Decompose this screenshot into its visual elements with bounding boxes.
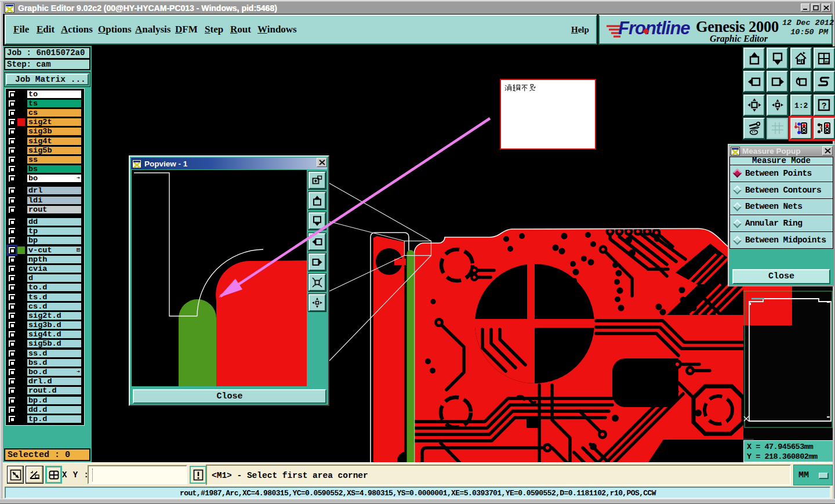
job-matrix-button[interactable]: Job Matrix ... [6, 74, 89, 85]
layer-checkbox-bo.d[interactable] [8, 368, 16, 376]
layer-checkbox-dd.d[interactable] [8, 406, 16, 414]
toolbar-button-setup-tools[interactable] [743, 118, 765, 139]
layer-name-ts[interactable]: ts [27, 99, 82, 108]
alert-button[interactable] [190, 466, 206, 484]
layer-checkbox-to[interactable] [8, 90, 16, 98]
app-icon[interactable] [5, 3, 14, 13]
layer-checkbox-tp[interactable] [8, 227, 16, 235]
radio-diamond-icon[interactable] [733, 186, 742, 195]
layer-name-sig2t.d[interactable]: sig2t.d [27, 311, 82, 320]
layer-name-bs.d[interactable]: bs.d [27, 358, 82, 367]
measure-close-button-wide[interactable]: Close [732, 269, 830, 284]
layer-name-sig5b.d[interactable]: sig5b.d [27, 339, 82, 348]
layer-checkbox-bo[interactable] [8, 175, 16, 182]
layer-checkbox-sig5b.d[interactable] [8, 340, 16, 347]
radio-diamond-icon[interactable] [733, 235, 742, 245]
toolbar-button-grid-toggle[interactable] [767, 118, 788, 139]
measure-popup-window[interactable]: Measure Popup Measure Mode Between Point… [728, 144, 835, 287]
toolbar-button-help-query[interactable]: ? [814, 95, 835, 116]
xy-input[interactable] [88, 465, 187, 484]
maximize-button[interactable] [811, 3, 821, 12]
popview-button-pan-down-2[interactable] [308, 212, 326, 230]
layer-swatch-rout[interactable] [17, 206, 25, 213]
toolbar-button-pan-up[interactable] [743, 48, 765, 69]
layer-name-sig2t[interactable]: sig2t [27, 118, 82, 126]
layer-swatch-drl[interactable] [17, 187, 25, 194]
layer-name-dd[interactable]: dd [27, 217, 82, 226]
layer-name-v-cut[interactable]: v-cut⊞ [27, 246, 82, 255]
layer-checkbox-tp.d[interactable] [8, 415, 16, 423]
layer-name-bs[interactable]: bs [27, 165, 82, 173]
layer-checkbox-bs[interactable] [8, 165, 16, 173]
popview-button-zoom-in-6[interactable] [308, 294, 326, 311]
measure-distance-button[interactable] [7, 466, 24, 484]
layer-checkbox-ts[interactable] [8, 100, 16, 107]
layer-checkbox-ss.d[interactable] [8, 350, 16, 357]
minimap-panel[interactable] [743, 283, 833, 439]
menu-item-rout[interactable]: Rout [230, 24, 251, 35]
layer-swatch-sig4t[interactable] [17, 137, 25, 145]
layer-swatch-bo.d[interactable] [17, 368, 25, 376]
units-selector[interactable]: MM [793, 465, 833, 485]
measure-angle-button[interactable] [26, 466, 43, 484]
layer-name-drl[interactable]: drl [27, 186, 82, 195]
layer-swatch-tp.d[interactable] [17, 415, 25, 423]
layer-swatch-d[interactable] [17, 274, 25, 282]
toolbar-button-redraw-s[interactable] [814, 71, 835, 92]
menu-item-dfm[interactable]: DFM [175, 24, 198, 35]
measure-option-between-contours[interactable]: Between Contours [729, 182, 833, 199]
layer-checkbox-sig4t.d[interactable] [8, 331, 16, 338]
layer-swatch-v-cut[interactable] [17, 246, 25, 254]
layer-name-bo.d[interactable]: bo.d➔ [27, 368, 82, 376]
toolbar-button-pan-down[interactable] [767, 48, 788, 69]
layer-name-bp.d[interactable]: bp.d [27, 396, 82, 405]
measure-option-between-nets[interactable]: Between Nets [729, 199, 833, 216]
layer-checkbox-sig3b.d[interactable] [8, 321, 16, 329]
popview-button-pan-right-4[interactable] [308, 253, 326, 271]
layer-name-sig4t[interactable]: sig4t [27, 137, 82, 146]
layer-name-sig5b[interactable]: sig5b [27, 146, 82, 155]
layer-swatch-cs.d[interactable] [17, 303, 25, 310]
close-button[interactable] [822, 3, 831, 12]
layer-checkbox-d[interactable] [8, 274, 16, 282]
layer-swatch-npth[interactable] [17, 256, 25, 263]
layer-swatch-dd[interactable] [17, 218, 25, 226]
layer-name-d[interactable]: d [27, 274, 82, 282]
layer-swatch-dd.d[interactable] [17, 406, 25, 414]
menu-item-analysis[interactable]: Analysis [135, 24, 170, 35]
window-border-bottom[interactable] [0, 499, 835, 504]
popview-button-copy-window-0[interactable] [308, 172, 326, 189]
layer-name-bp[interactable]: bp [27, 236, 82, 245]
layer-checkbox-rout[interactable] [8, 206, 16, 213]
layer-swatch-ldi[interactable] [17, 197, 25, 204]
layer-swatch-bo[interactable] [17, 175, 25, 182]
layer-swatch-to.d[interactable] [17, 284, 25, 291]
toolbar-button-net-highlight-a[interactable] [790, 118, 812, 139]
layer-name-ts.d[interactable]: ts.d [27, 293, 82, 302]
layer-name-sig3b.d[interactable]: sig3b.d [27, 321, 82, 329]
menu-item-windows[interactable]: Windows [257, 24, 297, 35]
layer-name-ldi[interactable]: ldi [27, 196, 82, 205]
layer-checkbox-sig3b[interactable] [8, 128, 16, 135]
layer-swatch-cs[interactable] [17, 109, 25, 117]
layer-swatch-ts[interactable] [17, 100, 25, 107]
menu-item-step[interactable]: Step [205, 24, 223, 35]
layer-checkbox-v-cut[interactable] [8, 246, 16, 254]
layer-swatch-rout.d[interactable] [17, 387, 25, 394]
menu-item-file[interactable]: File [13, 24, 29, 35]
layer-name-cs[interactable]: cs [27, 108, 82, 117]
titlebar[interactable]: Graphic Editor 9.02c2 (00@HY-HYCAM-PC013… [3, 2, 833, 14]
layer-checkbox-bp.d[interactable] [8, 397, 16, 404]
layer-name-to[interactable]: to [27, 90, 82, 99]
layer-checkbox-sig5b[interactable] [8, 147, 16, 154]
layer-swatch-tp[interactable] [17, 227, 25, 235]
layer-checkbox-ss[interactable] [8, 156, 16, 164]
layer-swatch-ss.d[interactable] [17, 350, 25, 357]
layer-swatch-sig5b[interactable] [17, 147, 25, 154]
layer-name-cs.d[interactable]: cs.d [27, 302, 82, 311]
layer-name-ss[interactable]: ss [27, 155, 82, 164]
toolbar-button-zoom-out[interactable] [743, 95, 765, 116]
layer-checkbox-bp[interactable] [8, 237, 16, 244]
layer-checkbox-bs.d[interactable] [8, 359, 16, 367]
radio-diamond-icon[interactable] [733, 219, 742, 229]
